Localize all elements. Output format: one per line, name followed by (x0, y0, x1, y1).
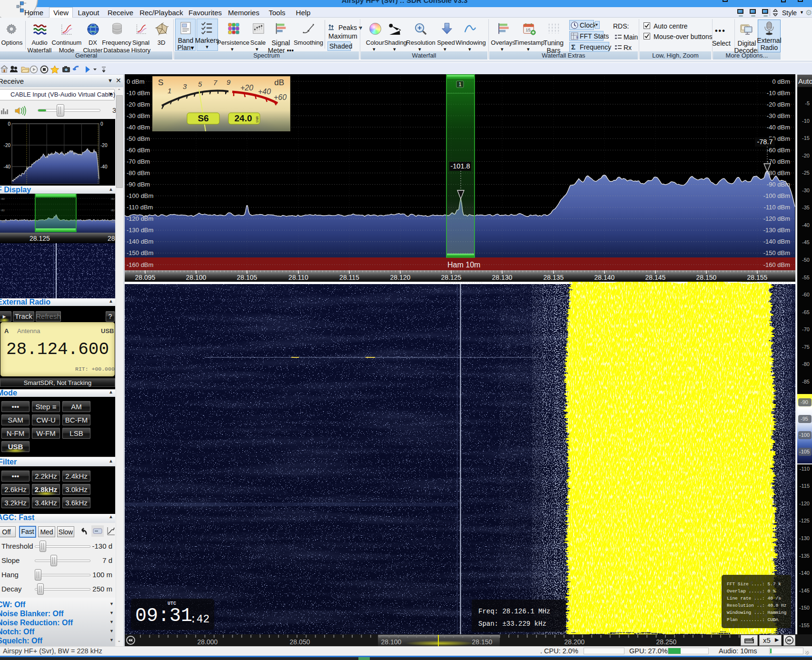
svg-text:-40 dBm: -40 dBm (767, 124, 790, 131)
svg-text:28.140: 28.140 (594, 274, 615, 281)
svg-text:-100: -100 (110, 220, 115, 223)
svg-text:SNR: SNR (256, 116, 259, 123)
svg-text:-40 dBm: -40 dBm (127, 124, 150, 131)
svg-text:9: 9 (227, 78, 231, 86)
svg-text:-140 dBm: -140 dBm (763, 238, 790, 245)
svg-text:24.0: 24.0 (235, 113, 252, 123)
svg-text:-20 dBm: -20 dBm (767, 101, 790, 108)
svg-text:-10 dBm: -10 dBm (127, 89, 150, 97)
svg-text:5: 5 (198, 80, 202, 88)
svg-text:-10 dBm: -10 dBm (767, 89, 790, 97)
svg-text:-101.8: -101.8 (450, 162, 470, 170)
svg-text:S6: S6 (198, 113, 208, 123)
svg-text:0: 0 (8, 121, 10, 127)
svg-text:28.130: 28.130 (492, 274, 513, 281)
svg-text:-160 dBm: -160 dBm (127, 261, 153, 268)
svg-text:28.120: 28.120 (390, 274, 411, 281)
svg-text:+60: +60 (274, 93, 287, 101)
svg-text:-90 dBm: -90 dBm (767, 181, 790, 188)
svg-text:-70 dBm: -70 dBm (127, 158, 150, 165)
svg-text:-60 dBm: -60 dBm (127, 147, 150, 154)
svg-text:28.145: 28.145 (645, 274, 666, 281)
svg-text:-160 dBm: -160 dBm (763, 261, 790, 268)
svg-text:-60: -60 (0, 197, 5, 200)
svg-text:28.110: 28.110 (288, 274, 308, 281)
svg-text:0 dBm: 0 dBm (127, 78, 145, 85)
svg-text:0 dBm: 0 dBm (772, 78, 790, 85)
svg-text:-40: -40 (100, 164, 108, 169)
svg-text:-110 dBm: -110 dBm (764, 204, 790, 211)
svg-text:-140 dBm: -140 dBm (127, 238, 153, 245)
svg-text:28.125: 28.125 (441, 274, 462, 281)
svg-text:-20: -20 (4, 143, 11, 148)
svg-text:-100 dBm: -100 dBm (763, 192, 790, 199)
svg-text:-100 dBm: -100 dBm (127, 192, 153, 199)
svg-text:-50 dBm: -50 dBm (127, 135, 150, 142)
svg-text:-80: -80 (0, 209, 5, 212)
svg-text:-80 dBm: -80 dBm (767, 169, 790, 177)
svg-text:28.100: 28.100 (186, 274, 207, 281)
svg-text:-150 dBm: -150 dBm (127, 249, 153, 256)
svg-text:-100: -100 (0, 220, 7, 223)
svg-text:-110 dBm: -110 dBm (127, 204, 153, 211)
svg-text:-30 dBm: -30 dBm (767, 112, 790, 119)
svg-text:-20: -20 (100, 143, 108, 148)
svg-text:28.155: 28.155 (747, 274, 768, 281)
svg-text:15: 15 (525, 27, 531, 32)
svg-text:0: 0 (100, 121, 103, 127)
svg-text:+20: +20 (240, 84, 253, 92)
svg-text:-150 dBm: -150 dBm (763, 249, 790, 256)
svg-text:-30 dBm: -30 dBm (127, 112, 150, 119)
svg-text:-78.7: -78.7 (757, 138, 772, 146)
svg-text:S: S (158, 78, 163, 87)
svg-text:28.150: 28.150 (696, 274, 717, 281)
svg-text:3: 3 (183, 82, 187, 90)
svg-text:-80: -80 (110, 209, 115, 212)
svg-text:-130 dBm: -130 dBm (127, 227, 153, 234)
svg-text:-20 dBm: -20 dBm (127, 101, 150, 108)
svg-text:1: 1 (168, 87, 171, 95)
svg-text:28.105: 28.105 (237, 274, 257, 281)
svg-text:-60: -60 (110, 197, 115, 200)
svg-text:28.135: 28.135 (544, 274, 564, 281)
svg-text:-90 dBm: -90 dBm (127, 181, 150, 188)
svg-text:dB: dB (274, 78, 284, 87)
svg-text:-120 dBm: -120 dBm (127, 215, 153, 222)
svg-text:+40: +40 (258, 88, 271, 96)
svg-text:9: 9 (576, 35, 578, 39)
svg-text:-80 dBm: -80 dBm (127, 169, 150, 177)
svg-text:Ham 10m: Ham 10m (447, 261, 480, 269)
svg-text:28.095: 28.095 (135, 274, 156, 281)
svg-text:-40: -40 (4, 164, 11, 169)
svg-text:1: 1 (458, 81, 461, 87)
svg-text:-120 dBm: -120 dBm (763, 215, 790, 222)
svg-text:-60 dBm: -60 dBm (767, 147, 790, 154)
svg-text:28.115: 28.115 (339, 274, 359, 281)
svg-text:-130 dBm: -130 dBm (763, 227, 790, 234)
svg-text:7: 7 (213, 79, 218, 87)
